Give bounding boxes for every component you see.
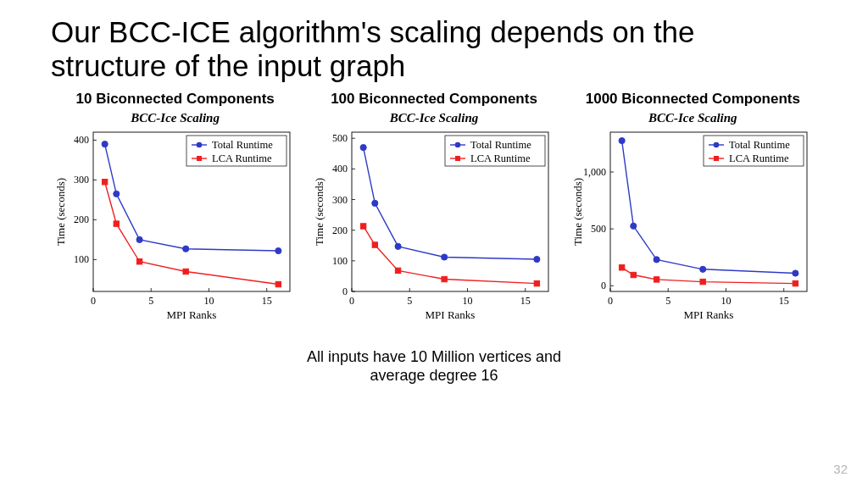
svg-point-23: [275, 247, 281, 253]
svg-rect-101: [700, 279, 705, 284]
svg-text:500: 500: [332, 132, 348, 144]
svg-rect-66: [395, 268, 400, 273]
chart-caption: 1000 Biconnected Components: [586, 91, 800, 108]
svg-text:100: 100: [74, 253, 89, 265]
svg-rect-99: [631, 272, 636, 277]
page-number: 32: [833, 462, 848, 476]
svg-text:MPI Ranks: MPI Ranks: [426, 308, 476, 321]
svg-text:Total Runtime: Total Runtime: [729, 139, 790, 151]
svg-rect-27: [183, 269, 188, 274]
footnote-line2: average degree 16: [370, 367, 498, 384]
svg-text:400: 400: [332, 163, 348, 175]
svg-point-59: [360, 144, 366, 150]
footnote-line1: All inputs have 10 Million vertices and: [307, 348, 561, 365]
svg-text:400: 400: [74, 134, 89, 146]
svg-rect-74: [455, 156, 460, 161]
chart-100bcc: 0100200300400500051015MPI RanksTime (sec…: [311, 127, 557, 322]
svg-text:Total Runtime: Total Runtime: [470, 139, 531, 151]
svg-text:10: 10: [721, 295, 732, 307]
svg-point-31: [196, 141, 202, 147]
svg-text:LCA Runtime: LCA Runtime: [470, 152, 531, 164]
svg-rect-67: [442, 276, 447, 281]
svg-rect-102: [793, 280, 798, 286]
svg-point-93: [619, 137, 625, 143]
chart-caption: 10 Biconnected Components: [76, 91, 275, 108]
chart-panel-10bcc: 10 Biconnected Components BCC-Ice Scalin…: [51, 91, 299, 322]
svg-text:Time (seconds): Time (seconds): [313, 177, 326, 245]
svg-text:15: 15: [261, 295, 271, 307]
svg-rect-28: [275, 281, 281, 286]
svg-rect-100: [654, 276, 659, 281]
svg-rect-24: [102, 179, 107, 184]
svg-point-94: [631, 223, 637, 229]
svg-text:MPI Ranks: MPI Ranks: [166, 308, 216, 321]
svg-rect-25: [114, 220, 119, 225]
svg-point-21: [136, 236, 142, 242]
slide: Our BCC-ICE algorithm's scaling depends …: [0, 0, 868, 488]
chart-caption: 100 Biconnected Components: [331, 91, 537, 108]
svg-point-62: [442, 253, 448, 259]
chart-panel-100bcc: 100 Biconnected Components BCC-Ice Scali…: [309, 91, 558, 322]
svg-point-20: [113, 191, 119, 197]
svg-point-97: [793, 269, 798, 275]
svg-text:0: 0: [349, 295, 354, 307]
svg-text:200: 200: [74, 214, 89, 225]
svg-text:LCA Runtime: LCA Runtime: [212, 152, 272, 164]
svg-point-71: [455, 141, 461, 147]
page-title: Our BCC-ICE algorithm's scaling depends …: [51, 15, 817, 84]
svg-text:10: 10: [203, 295, 214, 307]
svg-point-96: [700, 266, 706, 272]
svg-text:0: 0: [608, 295, 613, 307]
svg-text:Time (seconds): Time (seconds): [54, 177, 67, 245]
svg-text:5: 5: [407, 295, 412, 307]
svg-rect-108: [714, 156, 719, 161]
svg-text:300: 300: [74, 174, 89, 186]
svg-text:0: 0: [601, 280, 606, 291]
svg-text:0: 0: [91, 295, 96, 307]
charts-row: 10 Biconnected Components BCC-Ice Scalin…: [51, 91, 817, 322]
svg-point-95: [654, 256, 659, 262]
chart-title: BCC-Ice Scaling: [390, 111, 479, 125]
svg-rect-64: [360, 223, 365, 228]
chart-panel-1000bcc: 1000 Biconnected Components BCC-Ice Scal…: [569, 91, 817, 322]
svg-text:200: 200: [332, 224, 348, 236]
svg-text:5: 5: [666, 295, 671, 307]
svg-point-19: [102, 141, 108, 147]
svg-point-63: [534, 256, 540, 262]
chart-1000bcc: 05001,000051015MPI RanksTime (seconds)To…: [570, 127, 815, 322]
footnote: All inputs have 10 Million vertices and …: [51, 347, 817, 385]
svg-text:15: 15: [520, 295, 531, 307]
svg-point-105: [714, 141, 720, 147]
chart-title: BCC-Ice Scaling: [648, 111, 737, 125]
svg-text:Total Runtime: Total Runtime: [212, 139, 273, 151]
svg-point-61: [395, 243, 401, 249]
chart-10bcc: 100200300400051015MPI RanksTime (seconds…: [53, 127, 298, 322]
svg-text:LCA Runtime: LCA Runtime: [729, 152, 789, 164]
svg-point-22: [182, 246, 188, 252]
svg-point-60: [372, 200, 378, 206]
svg-text:300: 300: [332, 193, 348, 205]
chart-title: BCC-Ice Scaling: [131, 111, 220, 125]
svg-text:100: 100: [332, 254, 348, 266]
svg-text:Time (seconds): Time (seconds): [571, 177, 584, 245]
svg-rect-26: [136, 258, 142, 263]
svg-text:500: 500: [591, 223, 606, 235]
svg-text:15: 15: [779, 295, 789, 307]
svg-rect-34: [197, 156, 202, 161]
svg-rect-98: [620, 264, 625, 269]
svg-text:10: 10: [462, 295, 472, 307]
svg-rect-68: [534, 280, 539, 286]
svg-rect-65: [372, 241, 377, 247]
svg-text:0: 0: [342, 286, 348, 297]
svg-text:1,000: 1,000: [583, 166, 606, 178]
svg-text:MPI Ranks: MPI Ranks: [684, 308, 734, 321]
svg-text:5: 5: [148, 295, 153, 307]
